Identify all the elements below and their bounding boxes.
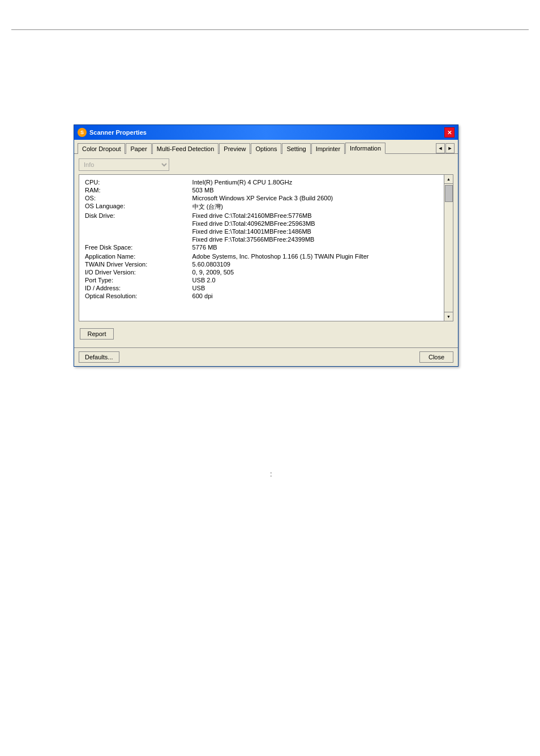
info-label: Application Name: <box>84 252 187 260</box>
tab-preview[interactable]: Preview <box>219 143 250 154</box>
info-content-area: CPU:Intel(R) Pentium(R) 4 CPU 1.80GHzRAM… <box>79 174 453 321</box>
scanner-properties-dialog: S Scanner Properties ✕ Color Dropout Pap… <box>74 124 458 367</box>
table-row: TWAIN Driver Version:5.60.0803109 <box>84 260 443 268</box>
info-label: Free Disk Space: <box>84 243 187 251</box>
app-icon: S <box>78 128 87 137</box>
close-dialog-button[interactable]: Close <box>419 351 453 363</box>
dialog-footer: Defaults... Close <box>74 347 458 366</box>
info-label: I/O Driver Version: <box>84 268 187 276</box>
app-icon-label: S <box>80 130 84 135</box>
scrollbar-down-button[interactable]: ▼ <box>444 312 453 321</box>
info-value: Microsoft Windows XP Service Pack 3 (Bui… <box>187 194 443 202</box>
tab-bar: Color Dropout Paper Multi-Feed Detection… <box>74 140 458 154</box>
tab-options[interactable]: Options <box>251 143 281 154</box>
table-row: Disk Drive:Fixed drive C:\Total:24160MBF… <box>84 212 443 220</box>
info-value: 0, 9, 2009, 505 <box>187 268 443 276</box>
info-label: Optical Resolution: <box>84 292 187 300</box>
info-label <box>84 220 187 227</box>
close-button[interactable]: ✕ <box>444 127 455 138</box>
tab-nav-left[interactable]: ◄ <box>436 143 445 153</box>
info-label: CPU: <box>84 178 187 186</box>
scrollbar-track: ▲ ▼ <box>444 175 453 321</box>
info-label: TWAIN Driver Version: <box>84 260 187 268</box>
info-value: Fixed drive F:\Total:37566MBFree:24399MB <box>187 235 443 243</box>
table-row: Free Disk Space:5776 MB <box>84 243 443 251</box>
info-value: Adobe Systems, Inc. Photoshop 1.166 (1.5… <box>187 252 443 260</box>
colon-text: : <box>270 470 272 478</box>
info-label: OS: <box>84 194 187 202</box>
page-divider <box>11 29 529 30</box>
table-row: I/O Driver Version:0, 9, 2009, 505 <box>84 268 443 276</box>
info-value: 中文 (台灣) <box>187 202 443 212</box>
tab-setting[interactable]: Setting <box>282 143 310 154</box>
info-label: Disk Drive: <box>84 212 187 220</box>
report-button[interactable]: Report <box>80 328 114 340</box>
table-row: Application Name:Adobe Systems, Inc. Pho… <box>84 252 443 260</box>
tab-multifeed[interactable]: Multi-Feed Detection <box>152 143 219 154</box>
table-row: Optical Resolution:600 dpi <box>84 292 443 300</box>
table-row: Port Type:USB 2.0 <box>84 276 443 284</box>
table-row: Fixed drive F:\Total:37566MBFree:24399MB <box>84 235 443 243</box>
info-value: Intel(R) Pentium(R) 4 CPU 1.80GHz <box>187 178 443 186</box>
table-row: CPU:Intel(R) Pentium(R) 4 CPU 1.80GHz <box>84 178 443 186</box>
info-dropdown-row: Info <box>79 158 453 171</box>
tab-information[interactable]: Information <box>345 143 385 154</box>
tab-nav-right[interactable]: ► <box>445 143 455 153</box>
info-label <box>84 235 187 243</box>
info-value: 600 dpi <box>187 292 443 300</box>
tab-imprinter[interactable]: Imprinter <box>311 143 345 154</box>
info-label: ID / Address: <box>84 284 187 292</box>
info-value: 503 MB <box>187 186 443 194</box>
scrollbar-up-button[interactable]: ▲ <box>444 175 453 184</box>
info-table: CPU:Intel(R) Pentium(R) 4 CPU 1.80GHzRAM… <box>84 178 443 300</box>
info-value: Fixed drive D:\Total:40962MBFree:25963MB <box>187 220 443 227</box>
title-bar-text: Scanner Properties <box>89 129 147 136</box>
dialog-wrapper: S Scanner Properties ✕ Color Dropout Pap… <box>74 124 458 367</box>
tab-nav: ◄ ► <box>436 143 455 153</box>
info-label: OS Language: <box>84 202 187 212</box>
info-label: Port Type: <box>84 276 187 284</box>
defaults-button[interactable]: Defaults... <box>79 351 119 363</box>
info-value: USB <box>187 284 443 292</box>
table-row: Fixed drive E:\Total:14001MBFree:1486MB <box>84 227 443 235</box>
info-value: 5776 MB <box>187 243 443 251</box>
table-row: ID / Address:USB <box>84 284 443 292</box>
info-value: 5.60.0803109 <box>187 260 443 268</box>
info-value: Fixed drive E:\Total:14001MBFree:1486MB <box>187 227 443 235</box>
info-scroll-inner: CPU:Intel(R) Pentium(R) 4 CPU 1.80GHzRAM… <box>79 175 453 321</box>
info-value: Fixed drive C:\Total:24160MBFree:5776MB <box>187 212 443 220</box>
report-btn-row: Report <box>79 326 453 343</box>
dialog-body: Info CPU:Intel(R) Pentium(R) 4 CPU 1.80G… <box>74 154 458 347</box>
info-dropdown[interactable]: Info <box>79 158 169 171</box>
table-row: OS Language:中文 (台灣) <box>84 202 443 212</box>
tab-color-dropout[interactable]: Color Dropout <box>78 143 125 154</box>
tab-paper[interactable]: Paper <box>126 143 151 154</box>
title-bar: S Scanner Properties ✕ <box>74 125 458 140</box>
info-label: RAM: <box>84 186 187 194</box>
info-label <box>84 227 187 235</box>
title-bar-left: S Scanner Properties <box>78 128 147 137</box>
table-row: RAM:503 MB <box>84 186 443 194</box>
table-row: Fixed drive D:\Total:40962MBFree:25963MB <box>84 220 443 227</box>
table-row: OS:Microsoft Windows XP Service Pack 3 (… <box>84 194 443 202</box>
info-value: USB 2.0 <box>187 276 443 284</box>
scrollbar-thumb[interactable] <box>445 185 453 202</box>
